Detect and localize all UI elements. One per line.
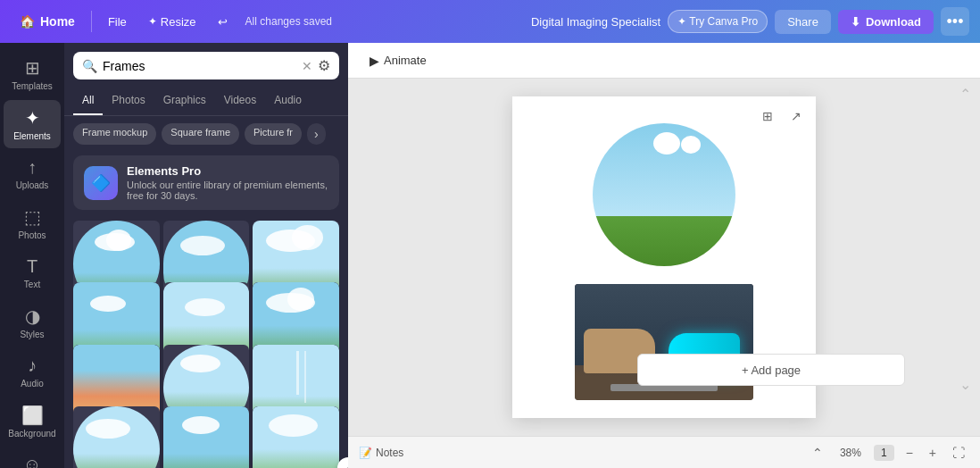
grid-item-10[interactable] [73,406,160,468]
grid-item-12[interactable] [253,406,339,468]
scroll-up-icon: ⌃ [959,86,971,103]
zoom-out-button[interactable]: − [901,443,918,463]
download-icon: ⬇ [851,15,860,29]
animate-button[interactable]: ▶ Animate [361,50,436,71]
download-label: Download [866,15,921,29]
animate-label: Animate [384,54,427,67]
more-icon: ••• [947,13,964,31]
elements-pro-banner[interactable]: 🔷 Elements Pro Unlock our entire library… [73,155,339,210]
zoom-in-button[interactable]: + [925,443,941,463]
sidebar-icons: ⊞ Templates ✦ Elements ↑ Uploads ⬚ Photo… [0,43,64,468]
topbar-divider [91,11,92,32]
notes-section[interactable]: 📝 Notes [359,447,403,459]
uploads-icon: ↑ [28,157,37,178]
search-settings-icon[interactable]: ⚙ [318,57,330,74]
fullscreen-button[interactable]: ⛶ [948,443,969,463]
undo-button[interactable]: ↩ [209,11,237,33]
elements-pro-title: Elements Pro [127,164,328,178]
bottom-bar: 📝 Notes ⌃ 38% 1 − + ⛶ [348,436,980,468]
page-expand-icon[interactable]: ↗ [784,104,809,129]
elements-pro-icon: 🔷 [84,166,118,200]
home-label: Home [40,14,75,29]
file-label: File [108,15,127,29]
notes-icon: 📝 [359,447,372,459]
sidebar-item-styles[interactable]: ◑ Styles [4,298,61,347]
home-button[interactable]: 🏠 Home [11,9,84,34]
templates-label: Templates [12,81,53,91]
tab-videos[interactable]: Videos [215,87,265,115]
elements-label: Elements [13,131,51,141]
elements-icon: ✦ [25,107,40,129]
elements-grid [64,217,348,468]
sidebar-item-emoji[interactable]: ☺ Emoji [4,447,61,468]
page-grid-icon[interactable]: ⊞ [755,104,780,129]
page-actions: ⊞ ↗ [755,104,809,129]
oval-frame-element[interactable] [593,123,735,266]
styles-icon: ◑ [25,305,40,327]
background-label: Background [8,429,55,439]
sidebar-item-text[interactable]: T Text [4,249,61,297]
bottom-right: ⌃ 38% 1 − + ⛶ [808,443,969,463]
page-number: 1 [874,445,894,461]
share-button[interactable]: Share [775,10,831,34]
saved-status: All changes saved [245,15,332,28]
home-icon: 🏠 [20,14,35,29]
grid-item-11[interactable] [163,406,250,468]
emoji-icon: ☺ [23,455,41,468]
photos-label: Photos [18,230,46,240]
download-button[interactable]: ⬇ Download [838,10,934,34]
text-icon: T [27,256,37,277]
sidebar-item-elements[interactable]: ✦ Elements [4,100,61,148]
sidebar-item-background[interactable]: ⬜ Background [4,397,61,446]
zoom-level: 38% [835,445,867,461]
try-canva-label: ✦ Try Canva Pro [677,15,758,28]
hide-panel-button[interactable]: ⌃ [808,443,827,463]
add-page-button[interactable]: + Add page [637,354,905,386]
filter-chips: Frame mockup Square frame Picture fr › [64,116,348,152]
uploads-label: Uploads [16,180,49,190]
resize-button[interactable]: ✦ Resize [139,11,205,33]
tabs-row: All Photos Graphics Videos Audio [64,87,348,116]
sidebar-item-photos[interactable]: ⬚ Photos [4,199,61,247]
file-button[interactable]: File [99,11,136,33]
try-canva-button[interactable]: ✦ Try Canva Pro [668,10,768,33]
canvas-content[interactable]: ⌃ ⊞ ↗ [348,79,980,436]
styles-label: Styles [20,330,44,339]
canvas-toolbar: ▶ Animate [348,43,980,79]
chip-frame-mockup[interactable]: Frame mockup [73,123,156,145]
elements-pro-subtitle: Unlock our entire library of premium ele… [127,180,328,201]
more-options-button[interactable]: ••• [941,7,969,36]
share-label: Share [787,15,818,29]
elements-pro-text: Elements Pro Unlock our entire library o… [127,164,328,201]
sidebar-item-templates[interactable]: ⊞ Templates [4,50,61,98]
scroll-down-icon: ⌄ [959,376,971,393]
add-page-label: + Add page [742,364,801,377]
tab-audio[interactable]: Audio [265,87,311,115]
background-icon: ⬜ [21,405,44,426]
resize-label: Resize [161,15,196,29]
topbar-right: Digital Imaging Specialist ✦ Try Canva P… [531,7,969,36]
chips-next-arrow[interactable]: › [307,123,326,145]
left-panel: 🔍 ✕ ⚙ All Photos Graphics Videos Audio F… [64,43,348,468]
animate-icon: ▶ [370,54,379,68]
main-area: ⊞ Templates ✦ Elements ↑ Uploads ⬚ Photo… [0,43,980,468]
topbar: 🏠 Home File ✦ Resize ↩ All changes saved… [0,0,980,43]
canvas-area: ▶ Animate ⌃ ⊞ ↗ [348,43,980,468]
search-bar[interactable]: 🔍 ✕ ⚙ [73,52,339,79]
undo-icon: ↩ [218,15,228,29]
document-title: Digital Imaging Specialist [531,15,660,29]
chip-square-frame[interactable]: Square frame [162,123,239,145]
notes-label: Notes [376,447,403,459]
search-clear-icon[interactable]: ✕ [302,59,312,73]
search-input[interactable] [103,59,296,73]
photos-icon: ⬚ [24,206,41,228]
chip-picture-frame[interactable]: Picture fr [245,123,302,145]
tab-photos[interactable]: Photos [103,87,154,115]
audio-label: Audio [21,379,44,389]
text-label: Text [24,280,40,289]
tab-graphics[interactable]: Graphics [154,87,215,115]
sidebar-item-uploads[interactable]: ↑ Uploads [4,150,61,197]
tab-all[interactable]: All [73,87,103,115]
sidebar-item-audio[interactable]: ♪ Audio [4,348,61,396]
audio-icon: ♪ [28,355,37,376]
